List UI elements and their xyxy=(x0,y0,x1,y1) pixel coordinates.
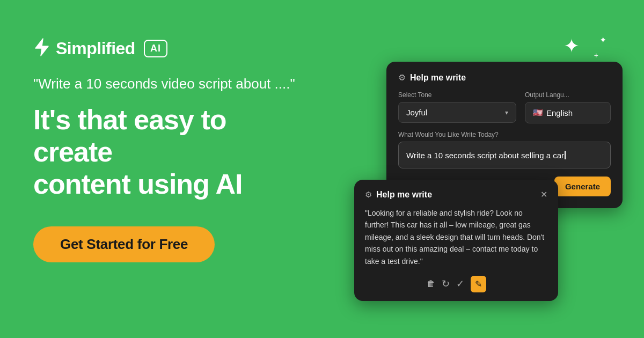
result-title-row: ⚙ Help me write xyxy=(365,190,432,200)
language-select[interactable]: 🇺🇸 English xyxy=(525,102,611,123)
delete-icon[interactable]: 🗑 xyxy=(427,279,435,289)
logo-row: Simplified AI xyxy=(33,38,312,59)
card-title: Help me write xyxy=(410,73,466,83)
result-gear-icon: ⚙ xyxy=(365,190,372,200)
tone-value: Joyful xyxy=(406,108,427,117)
tagline-quote: "Write a 10 seconds video script about .… xyxy=(33,74,312,93)
result-card-title: Help me write xyxy=(376,190,432,200)
sparkle-tiny-icon: + xyxy=(594,51,598,60)
right-section: ✦ ✦ + ⚙ Help me write Select Tone Joyful… xyxy=(354,30,623,319)
tone-label: Select Tone xyxy=(398,91,516,99)
check-icon[interactable]: ✓ xyxy=(456,278,464,290)
language-field-group: Output Langu... 🇺🇸 English xyxy=(525,91,611,123)
language-value: English xyxy=(546,108,573,117)
card-header: ⚙ Help me write xyxy=(398,72,611,83)
logo-bolt-icon xyxy=(33,38,50,59)
tone-language-row: Select Tone Joyful ▾ Output Langu... 🇺🇸 … xyxy=(398,91,611,123)
result-text: "Looking for a reliable and stylish ride… xyxy=(365,207,547,267)
result-card: ⚙ Help me write ✕ "Looking for a reliabl… xyxy=(354,180,558,301)
close-button[interactable]: ✕ xyxy=(540,189,547,200)
output-lang-label: Output Langu... xyxy=(525,91,611,99)
tone-select[interactable]: Joyful ▾ xyxy=(398,102,516,123)
ai-badge: AI xyxy=(144,40,167,57)
edit-icon[interactable]: ✎ xyxy=(471,276,486,292)
result-card-header: ⚙ Help me write ✕ xyxy=(365,189,547,200)
text-cursor xyxy=(565,151,566,159)
chevron-down-icon: ▾ xyxy=(505,109,508,116)
refresh-icon[interactable]: ↻ xyxy=(442,278,450,290)
cta-button[interactable]: Get Started for Free xyxy=(33,226,215,262)
generate-button[interactable]: Generate xyxy=(554,177,611,196)
write-input[interactable]: Write a 10 seconds script about selling … xyxy=(398,142,611,168)
brand-name: Simplified xyxy=(56,39,135,58)
left-section: Simplified AI "Write a 10 seconds video … xyxy=(33,38,312,262)
headline: It's that easy to create content using A… xyxy=(33,104,312,200)
gear-icon: ⚙ xyxy=(398,72,406,83)
write-input-value: Write a 10 seconds script about selling … xyxy=(406,151,564,160)
flag-icon: 🇺🇸 xyxy=(533,108,543,117)
result-actions: 🗑 ↻ ✓ ✎ xyxy=(365,276,547,292)
sparkle-small-icon: ✦ xyxy=(599,35,606,45)
tone-field-group: Select Tone Joyful ▾ xyxy=(398,91,516,123)
sparkle-large-icon: ✦ xyxy=(564,35,580,57)
write-label: What Would You Like Write Today? xyxy=(398,131,611,138)
